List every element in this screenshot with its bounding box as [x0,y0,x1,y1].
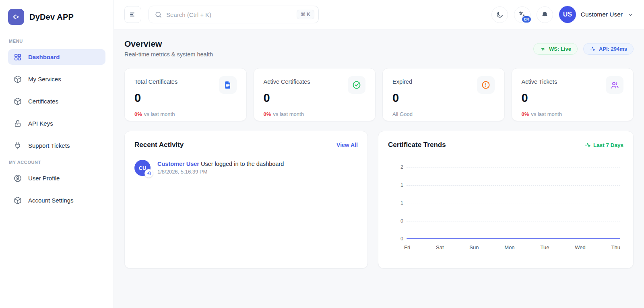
stat-note: vs last month [531,111,562,117]
app-logo-icon [8,9,24,25]
avatar: US [559,6,576,23]
topbar: ⌘ K EN US Customer User [114,0,644,29]
stat-title: Active Certificates [264,76,310,85]
package-icon [14,196,22,205]
sidebar-item-label: API Keys [28,120,53,127]
app-title: DyDev APP [29,12,74,22]
status-badges: WS: Live API: 294ms [533,43,634,55]
stat-note: vs last month [144,111,175,117]
sidebar-item-label: User Profile [28,175,60,182]
file-text-icon [219,76,237,94]
language-button[interactable]: EN [514,6,530,23]
sidebar-item-api-keys[interactable]: API Keys [8,116,105,131]
x-tick-label: Wed [575,244,586,250]
chart-gridline [407,167,620,167]
package-icon [14,97,22,105]
activity-icon [590,46,596,52]
activity-action: User logged in to the dashboard [201,161,284,167]
x-tick-label: Tue [540,244,549,250]
main-content: Overview Real-time metrics & system heal… [114,29,644,308]
users-icon [606,76,623,94]
chart-gridline [407,203,620,203]
x-tick-label: Mon [504,244,514,250]
grid-icon [14,53,22,61]
chart-gridline [407,185,620,186]
page-subtitle: Real-time metrics & system health [124,51,213,58]
certificate-trends-panel: Certificate Trends Last 7 Days 21100 Fri… [378,131,634,269]
search-box[interactable]: ⌘ K [149,6,319,23]
stat-value: 0 [264,91,366,105]
activity-actor: Customer User [157,161,199,167]
sidebar-item-dashboard[interactable]: Dashboard [8,49,105,65]
alert-circle-icon [477,76,495,94]
stat-title: Expired [392,76,412,85]
activity-timestamp: 1/8/2026, 5:16:39 PM [157,169,284,175]
trends-chart: 21100 FriSatSunMonTueWedThu [388,167,623,250]
recent-activity-panel: Recent Activity View All CU Customer Use… [124,131,368,269]
chevron-down-icon [627,12,634,18]
sidebar-item-user-profile[interactable]: User Profile [8,170,105,186]
stat-value: 0 [392,91,495,105]
theme-toggle-button[interactable] [491,6,508,23]
certificate-trends-title: Certificate Trends [388,141,446,149]
sidebar-item-label: My Services [28,76,61,83]
x-tick-label: Sat [436,244,444,250]
sidebar-item-support-tickets[interactable]: Support Tickets [8,138,105,153]
stat-title: Total Certificates [134,76,178,85]
y-tick-label: 2 [392,164,403,170]
search-shortcut-badge: ⌘ K [297,10,314,19]
stat-note: All Good [392,111,413,117]
account-section-label: MY ACCOUNT [0,160,114,165]
notifications-button[interactable] [537,6,553,23]
user-menu[interactable]: US Customer User [559,6,634,23]
y-tick-label: 1 [392,182,403,188]
y-tick-label: 1 [392,200,403,206]
sidebar-item-label: Dashboard [28,54,60,60]
sidebar-item-certificates[interactable]: Certificates [8,93,105,109]
ws-status-label: WS: Live [549,46,571,52]
topbar-actions: EN US Customer User [491,6,634,23]
sidebar-item-my-services[interactable]: My Services [8,71,105,87]
api-latency-badge: API: 294ms [583,43,634,55]
x-tick-label: Sun [469,244,479,250]
stat-delta: 0% [134,111,142,117]
y-tick-label: 0 [392,236,403,242]
trends-x-axis: FriSatSunMonTueWedThu [404,244,620,250]
menu-section-label: MENU [0,39,114,43]
sidebar-item-label: Support Tickets [28,142,70,149]
recent-activity-title: Recent Activity [134,141,184,149]
chart-data-line [407,238,620,239]
range-label: Last 7 Days [585,142,623,148]
bell-icon [541,11,549,19]
package-icon [14,75,22,83]
bottom-grid: Recent Activity View All CU Customer Use… [124,131,634,269]
sidebar-toggle-button[interactable] [124,6,141,23]
stat-note: vs last month [273,111,304,117]
plug-icon [14,142,22,150]
stat-card-total-certificates: Total Certificates 0 0% vs last month [124,68,247,121]
stat-card-active-certificates: Active Certificates 0 0% vs last month [254,68,376,121]
stat-delta: 0% [264,111,271,117]
x-tick-label: Thu [611,244,620,250]
search-icon [155,11,162,19]
sidebar-item-account-settings[interactable]: Account Settings [8,192,105,208]
sidebar: DyDev APP MENU Dashboard My Services Cer… [0,0,114,308]
page-title: Overview [124,39,213,49]
view-all-link[interactable]: View All [336,142,358,148]
pulse-icon [585,142,591,148]
y-tick-label: 0 [392,218,403,224]
stat-card-active-tickets: Active Tickets 0 0% vs last month [512,68,634,121]
sidebar-item-label: Account Settings [28,197,74,204]
range-label-text: Last 7 Days [593,142,623,148]
stats-grid: Total Certificates 0 0% vs last month Ac… [124,68,634,121]
chart-gridline [407,221,620,221]
language-badge: EN [521,15,532,23]
account-nav: User Profile Account Settings [0,170,114,208]
trends-plot: 21100 [407,167,620,239]
search-input[interactable] [166,11,293,18]
moon-icon [496,11,504,19]
x-tick-label: Fri [404,244,410,250]
page-header: Overview Real-time metrics & system heal… [124,39,634,58]
login-icon [144,169,153,178]
stat-value: 0 [522,91,624,105]
